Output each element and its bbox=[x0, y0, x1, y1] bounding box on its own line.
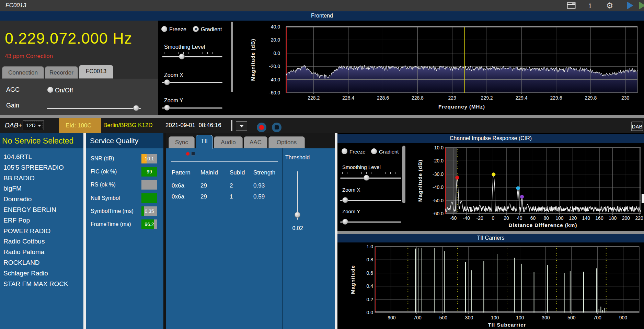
service-list-item[interactable]: Domradio bbox=[3, 195, 32, 203]
gradient-label: Gradient bbox=[201, 26, 222, 33]
cir-panel-title: Channel Impulse Response (CIR) bbox=[337, 134, 644, 143]
service-list-item[interactable]: ERF Pop bbox=[3, 217, 30, 224]
svg-text:229.2: 229.2 bbox=[481, 95, 493, 101]
service-list-item[interactable]: 104.6RTL bbox=[3, 153, 32, 161]
zoomy-handle[interactable] bbox=[164, 105, 170, 111]
svg-text:140: 140 bbox=[582, 215, 590, 221]
secondary-play-icon[interactable] bbox=[638, 1, 644, 10]
cir-smoothing-track[interactable] bbox=[340, 178, 401, 179]
svg-text:20.0: 20.0 bbox=[271, 37, 280, 43]
tab-fc0013[interactable]: FC0013 bbox=[79, 65, 113, 79]
spectrum-plot[interactable]: 40.020.00.0-20.0-40.0-60.0228.2228.4228.… bbox=[233, 20, 644, 115]
service-list-item[interactable]: 105'5 SPREERADIO bbox=[3, 164, 64, 171]
svg-text:160: 160 bbox=[595, 215, 603, 221]
right-scrollbar-thumb[interactable] bbox=[642, 194, 644, 203]
tii-carriers-body: 1.00.80.60.40.20.0-900-700-500-300-10010… bbox=[337, 242, 644, 329]
svg-text:228.8: 228.8 bbox=[412, 95, 424, 101]
svg-text:500: 500 bbox=[567, 315, 576, 320]
datetime-label: 2021-09-01 08:46:16 bbox=[165, 122, 221, 129]
service-list-item[interactable]: ENERGY BERLIN bbox=[3, 206, 56, 214]
gain-track[interactable] bbox=[47, 108, 141, 109]
svg-text:-300: -300 bbox=[463, 315, 473, 320]
quality-bar-value bbox=[141, 193, 157, 203]
service-list-item[interactable]: BB RADIO bbox=[3, 174, 35, 182]
service-list-item[interactable]: Radio Cottbus bbox=[3, 238, 45, 245]
panel-separator[interactable] bbox=[83, 133, 86, 329]
cir-scrollbar[interactable] bbox=[402, 146, 405, 203]
stop-button[interactable] bbox=[272, 123, 281, 132]
detail-tab-options[interactable]: Options bbox=[268, 136, 305, 148]
detail-tab-sync[interactable]: Sync bbox=[169, 136, 195, 148]
zoomy-track[interactable] bbox=[162, 107, 222, 109]
tii-table-cell: 2 bbox=[230, 182, 233, 189]
detail-tab-tii[interactable]: TII bbox=[196, 135, 213, 149]
agc-onoff-radio[interactable] bbox=[47, 87, 53, 93]
service-list-item[interactable]: Schlager Radio bbox=[3, 270, 48, 277]
quality-bar bbox=[141, 193, 157, 203]
svg-text:-60.0: -60.0 bbox=[269, 90, 280, 95]
service-list-item[interactable]: POWER RADIO bbox=[3, 227, 50, 235]
threshold-handle[interactable] bbox=[295, 212, 300, 218]
svg-text:228.6: 228.6 bbox=[377, 95, 389, 101]
svg-text:229: 229 bbox=[448, 95, 457, 101]
svg-text:-40.0: -40.0 bbox=[433, 184, 444, 190]
record-button[interactable] bbox=[257, 123, 266, 132]
channel-value: 12D bbox=[26, 122, 36, 128]
zoomx-handle[interactable] bbox=[164, 79, 170, 85]
tab-connection[interactable]: Connection bbox=[2, 66, 44, 79]
tii-carriers-plot[interactable]: 1.00.80.60.40.20.0-900-700-500-300-10010… bbox=[337, 242, 644, 329]
smoothing-track[interactable] bbox=[162, 56, 222, 57]
svg-text:-40.0: -40.0 bbox=[269, 77, 280, 82]
tab-recorder[interactable]: Recorder bbox=[45, 66, 78, 79]
ensemble-id-block: EId: 100C bbox=[59, 118, 101, 133]
dab-bar-divider bbox=[231, 120, 232, 131]
svg-text:-700: -700 bbox=[412, 315, 422, 320]
svg-text:180: 180 bbox=[609, 215, 617, 221]
cir-gradient-radio[interactable] bbox=[371, 148, 377, 154]
svg-text:1.0: 1.0 bbox=[367, 244, 373, 249]
zoomx-track[interactable] bbox=[162, 82, 222, 83]
window-layout-icon[interactable] bbox=[566, 1, 576, 10]
cir-plot[interactable]: -10.0-20.0-30.0-40.0-50.0-60.0-60-40-200… bbox=[406, 144, 644, 231]
cir-zoomx-handle[interactable] bbox=[342, 197, 348, 203]
tii-header-underline bbox=[171, 178, 278, 178]
detail-tab-audio[interactable]: Audio bbox=[214, 136, 243, 148]
dab-separator-strip bbox=[0, 115, 644, 118]
gain-label: Gain bbox=[6, 102, 19, 109]
ppm-correction-label: 43 ppm Correction bbox=[5, 53, 53, 60]
cir-zoomy-handle[interactable] bbox=[342, 219, 348, 225]
info-icon[interactable]: i bbox=[585, 1, 595, 10]
gradient-radio[interactable]: ✕ bbox=[193, 26, 199, 32]
service-list-panel: No Service Selected 104.6RTL105'5 SPREER… bbox=[0, 133, 83, 329]
service-list-item[interactable]: Radio Paloma bbox=[3, 248, 44, 256]
quality-bar-value: 0.35 bbox=[141, 206, 157, 216]
svg-text:-50.0: -50.0 bbox=[433, 198, 444, 203]
channel-combobox[interactable]: 12D bbox=[23, 121, 44, 130]
tii-table-cell: 1 bbox=[230, 193, 233, 200]
freeze-label: Freeze bbox=[169, 26, 186, 33]
cir-smoothing-handle[interactable] bbox=[364, 175, 369, 181]
service-list-item[interactable]: bigFM bbox=[3, 185, 22, 192]
service-list-item[interactable]: STAR FM MAX ROCK bbox=[3, 280, 68, 288]
frontend-splitter-handle[interactable] bbox=[231, 22, 233, 92]
settings-gear-icon[interactable]: ⚙ bbox=[605, 1, 614, 10]
detail-tab-aac[interactable]: AAC bbox=[244, 136, 267, 148]
panel-separator[interactable] bbox=[335, 133, 337, 329]
cir-zoomy-track[interactable] bbox=[340, 222, 401, 223]
smoothing-handle[interactable] bbox=[179, 54, 185, 59]
start-play-icon[interactable] bbox=[625, 1, 635, 10]
date-label: 2021-09-01 bbox=[165, 122, 195, 128]
ensemble-name-label: Berlin/BRBG K12D bbox=[103, 122, 153, 129]
detail-tabstrip: SyncTIIAudioAACOptions bbox=[166, 133, 335, 148]
svg-text:80: 80 bbox=[543, 215, 549, 221]
cir-zoomx-track[interactable] bbox=[340, 200, 401, 201]
service-list-item[interactable]: ROCKLAND bbox=[3, 259, 40, 266]
svg-text:-40: -40 bbox=[463, 215, 470, 221]
freeze-radio[interactable] bbox=[161, 26, 167, 32]
cir-freeze-radio[interactable] bbox=[342, 148, 347, 154]
gain-handle[interactable] bbox=[133, 105, 139, 111]
svg-text:900: 900 bbox=[619, 315, 628, 320]
recorder-dropdown-button[interactable] bbox=[236, 121, 247, 131]
quality-bar-value: 10.1 bbox=[141, 154, 157, 163]
ensemble-id-label: EId: 100C bbox=[66, 118, 92, 133]
